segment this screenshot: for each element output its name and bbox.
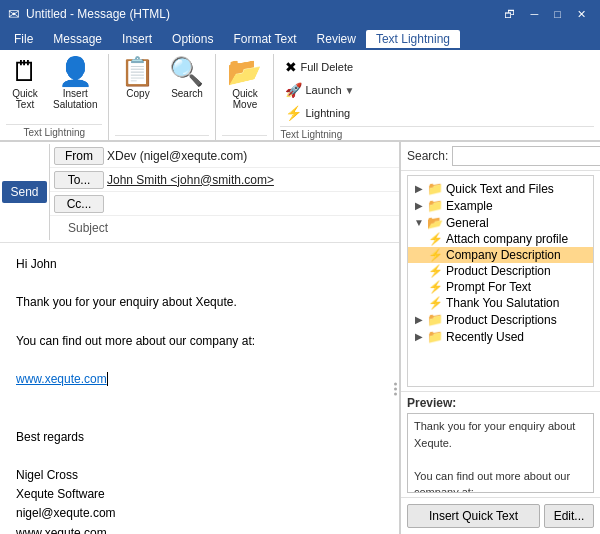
lightning-icon: ⚡ bbox=[285, 105, 302, 121]
preview-label: Preview: bbox=[407, 396, 594, 410]
cc-button[interactable]: Cc... bbox=[54, 195, 104, 213]
tree-item-product-descriptions[interactable]: ▶ 📁 Product Descriptions bbox=[408, 311, 593, 328]
ribbon-group-label-4: Text Lightning bbox=[280, 126, 594, 142]
tree-item-product-desc[interactable]: ⚡ Product Description bbox=[408, 263, 593, 279]
tree-item-company-desc[interactable]: ⚡ Company Description bbox=[408, 247, 593, 263]
lightning-button[interactable]: ⚡ Lightning bbox=[280, 102, 359, 124]
preview-box: Thank you for your enquiry about Xequte.… bbox=[407, 413, 594, 493]
signature-company: Xequte Software bbox=[16, 485, 383, 504]
subject-input[interactable] bbox=[114, 220, 395, 236]
tree-label-prompt: Prompt For Text bbox=[446, 280, 531, 294]
folder-icon-general: 📂 bbox=[427, 215, 443, 230]
tree-label-recent: Recently Used bbox=[446, 330, 524, 344]
menu-review[interactable]: Review bbox=[307, 30, 366, 48]
regards: Best regards bbox=[16, 428, 383, 447]
file-tree: ▶ 📁 Quick Text and Files ▶ 📁 Example ▼ 📂… bbox=[407, 175, 594, 387]
close-button[interactable]: ✕ bbox=[571, 6, 592, 23]
insert-salutation-icon: 👤 bbox=[58, 58, 93, 86]
minimize-button[interactable]: ─ bbox=[525, 6, 545, 23]
send-button[interactable]: Send bbox=[2, 181, 46, 203]
to-input[interactable] bbox=[104, 172, 395, 188]
search-row: Search: 🔍 bbox=[401, 142, 600, 171]
menu-text-lightning[interactable]: Text Lightning bbox=[366, 30, 460, 48]
to-button[interactable]: To... bbox=[54, 171, 104, 189]
quick-text-icon: 🗒 bbox=[11, 58, 39, 86]
right-panel: Search: 🔍 ▶ 📁 Quick Text and Files ▶ 📁 E… bbox=[400, 142, 600, 534]
link-line: www.xequte.com bbox=[16, 370, 383, 389]
search-button[interactable]: 🔍 Search bbox=[164, 54, 209, 102]
search-label: Search: bbox=[407, 149, 448, 163]
launch-arrow: ▼ bbox=[345, 85, 355, 96]
file-icon-company: ⚡ bbox=[428, 248, 443, 262]
text-cursor bbox=[107, 372, 108, 386]
tree-item-quick-text-files[interactable]: ▶ 📁 Quick Text and Files bbox=[408, 180, 593, 197]
title-bar-left: ✉ Untitled - Message (HTML) bbox=[8, 6, 170, 22]
tree-item-general[interactable]: ▼ 📂 General bbox=[408, 214, 593, 231]
email-body[interactable]: Hi John Thank you for your enquiry about… bbox=[0, 243, 399, 534]
tree-label-attach: Attach company profile bbox=[446, 232, 568, 246]
restore-button[interactable]: 🗗 bbox=[498, 6, 521, 23]
tree-item-prompt[interactable]: ⚡ Prompt For Text bbox=[408, 279, 593, 295]
from-button[interactable]: From bbox=[54, 147, 104, 165]
full-delete-label: Full Delete bbox=[300, 61, 353, 73]
folder-icon-recent: 📁 bbox=[427, 329, 443, 344]
folder-icon-products: 📁 bbox=[427, 312, 443, 327]
tree-label-product: Product Description bbox=[446, 264, 551, 278]
quick-move-icon: 📂 bbox=[227, 58, 262, 86]
to-row: To... bbox=[50, 168, 399, 192]
copy-label: Copy bbox=[126, 88, 149, 99]
preview-text: Thank you for your enquiry about Xequte.… bbox=[414, 420, 575, 493]
maximize-button[interactable]: □ bbox=[548, 6, 567, 23]
company-link[interactable]: www.xequte.com bbox=[16, 372, 107, 386]
menu-file[interactable]: File bbox=[4, 30, 43, 48]
ribbon: 🗒 QuickText 👤 InsertSalutation Text Ligh… bbox=[0, 50, 600, 142]
tree-item-example[interactable]: ▶ 📁 Example bbox=[408, 197, 593, 214]
full-delete-button[interactable]: ✖ Full Delete bbox=[280, 56, 359, 78]
tree-item-recently-used[interactable]: ▶ 📁 Recently Used bbox=[408, 328, 593, 345]
menu-format-text[interactable]: Format Text bbox=[223, 30, 306, 48]
menu-options[interactable]: Options bbox=[162, 30, 223, 48]
copy-button[interactable]: 📋 Copy bbox=[115, 54, 160, 102]
full-delete-icon: ✖ bbox=[285, 59, 297, 75]
cc-input[interactable] bbox=[104, 196, 395, 212]
signature-website: www.xequte.com bbox=[16, 524, 383, 534]
signature-name: Nigel Cross bbox=[16, 466, 383, 485]
ribbon-group-label-2 bbox=[115, 135, 209, 140]
launch-button[interactable]: 🚀 Launch ▼ bbox=[280, 79, 359, 101]
edit-button[interactable]: Edit... bbox=[544, 504, 594, 528]
menu-insert[interactable]: Insert bbox=[112, 30, 162, 48]
file-icon-product: ⚡ bbox=[428, 264, 443, 278]
insert-salutation-button[interactable]: 👤 InsertSalutation bbox=[48, 54, 102, 113]
cc-row: Cc... bbox=[50, 192, 399, 216]
greeting: Hi John bbox=[16, 255, 383, 274]
folder-icon-example: 📁 bbox=[427, 198, 443, 213]
tree-label-example: Example bbox=[446, 199, 493, 213]
preview-area: Preview: Thank you for your enquiry abou… bbox=[401, 391, 600, 497]
file-icon-attach: ⚡ bbox=[428, 232, 443, 246]
headers-right: From XDev (nigel@xequte.com) To... Cc... bbox=[50, 144, 399, 240]
launch-label: Launch bbox=[305, 84, 341, 96]
quick-text-button[interactable]: 🗒 QuickText bbox=[6, 54, 44, 113]
menu-message[interactable]: Message bbox=[43, 30, 112, 48]
tree-label-qtf: Quick Text and Files bbox=[446, 182, 554, 196]
from-row: From XDev (nigel@xequte.com) bbox=[50, 144, 399, 168]
ribbon-group-copy-search: 📋 Copy 🔍 Search bbox=[109, 54, 216, 140]
ribbon-group-quickmove: 📂 QuickMove bbox=[216, 54, 274, 140]
tree-label-thankyou: Thank You Salutation bbox=[446, 296, 559, 310]
quick-move-label: QuickMove bbox=[232, 88, 258, 110]
insert-quick-text-button[interactable]: Insert Quick Text bbox=[407, 504, 540, 528]
para2: You can find out more about our company … bbox=[16, 332, 383, 351]
tree-label-company: Company Description bbox=[446, 248, 561, 262]
search-label: Search bbox=[171, 88, 203, 99]
ribbon-group-quicktext: 🗒 QuickText 👤 InsertSalutation Text Ligh… bbox=[0, 54, 109, 140]
tree-label-general: General bbox=[446, 216, 489, 230]
search-icon: 🔍 bbox=[169, 58, 204, 86]
quick-move-button[interactable]: 📂 QuickMove bbox=[222, 54, 267, 113]
ribbon-group-lightning: ✖ Full Delete 🚀 Launch ▼ ⚡ Lightning Tex… bbox=[274, 54, 600, 140]
content-area: Send From XDev (nigel@xequte.com) To... bbox=[0, 142, 600, 534]
action-buttons: Insert Quick Text Edit... bbox=[401, 497, 600, 534]
tree-item-thankyou[interactable]: ⚡ Thank You Salutation bbox=[408, 295, 593, 311]
tree-item-attach-company[interactable]: ⚡ Attach company profile bbox=[408, 231, 593, 247]
insert-salutation-label: InsertSalutation bbox=[53, 88, 97, 110]
search-input[interactable] bbox=[452, 146, 600, 166]
